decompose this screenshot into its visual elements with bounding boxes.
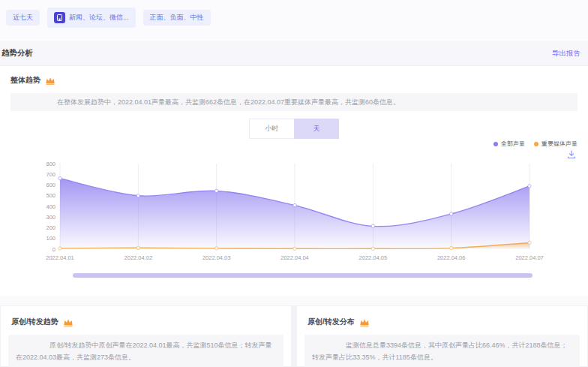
card2-summary: 监测信息总量3394条信息，其中原创声量占比66.46%，共计2188条信息；转…: [304, 335, 580, 367]
export-report-link[interactable]: 导出报告: [552, 49, 580, 59]
source-icon: [54, 12, 65, 23]
filter-sentiments-label: 正面、负面、中性: [150, 14, 204, 21]
granularity-toggle: 小时 天: [249, 119, 339, 139]
legend-label-important: 重要媒体声量: [542, 140, 578, 148]
svg-text:800: 800: [46, 161, 56, 167]
svg-text:100: 100: [46, 235, 56, 242]
legend-item-total[interactable]: 全部声量: [494, 140, 525, 148]
crown-icon: [45, 76, 56, 86]
chart-datazoom-scrollbar[interactable]: [73, 273, 532, 278]
card1-summary: 原创/转发趋势中原创声量在2022.04.01最高，共监测510条信息；转发声量…: [8, 335, 284, 367]
overall-trend-title-row: 整体趋势: [10, 75, 56, 86]
filter-sources[interactable]: 新闻、论坛、微信...: [47, 8, 136, 28]
svg-text:2022.04.03: 2022.04.03: [202, 254, 231, 261]
legend-label-total: 全部声量: [501, 140, 525, 148]
svg-text:2022.04.01: 2022.04.01: [46, 254, 74, 261]
svg-text:2022.04.05: 2022.04.05: [359, 254, 388, 261]
svg-text:200: 200: [46, 224, 56, 231]
svg-text:600: 600: [46, 182, 56, 188]
page-title: 趋势分析: [2, 48, 33, 59]
card2-title-row: 原创/转发分布: [308, 317, 370, 327]
card-original-repost-trend: 原创/转发趋势 原创/转发趋势中原创声量在2022.04.01最高，共监测510…: [0, 305, 292, 367]
svg-text:2022.04.07: 2022.04.07: [515, 254, 544, 261]
trend-area-chart[interactable]: 01002003004005006007008002022.04.012022.…: [44, 156, 585, 269]
card1-title: 原创/转发趋势: [11, 317, 58, 327]
overall-summary: 在整体发展趋势中，2022.04.01声量最高，共监测662条信息，在2022.…: [10, 93, 578, 111]
overall-trend-panel: 整体趋势 在整体发展趋势中，2022.04.01声量最高，共监测662条信息，在…: [0, 66, 588, 296]
overall-trend-title: 整体趋势: [10, 75, 40, 86]
svg-text:2022.04.04: 2022.04.04: [280, 254, 309, 261]
svg-text:2022.04.02: 2022.04.02: [124, 254, 153, 261]
card1-title-row: 原创/转发趋势: [11, 317, 74, 327]
svg-text:0: 0: [52, 246, 56, 253]
svg-text:700: 700: [46, 171, 56, 178]
legend-dot-total: [494, 142, 498, 146]
filter-sources-label: 新闻、论坛、微信...: [69, 14, 129, 21]
granularity-hour-button[interactable]: 小时: [249, 119, 294, 139]
svg-text:300: 300: [46, 214, 56, 221]
svg-text:500: 500: [46, 192, 56, 199]
svg-text:2022.04.06: 2022.04.06: [437, 254, 466, 261]
chart-legend: 全部声量 重要媒体声量: [494, 140, 578, 148]
filter-bar: 近七天 新闻、论坛、微信... 正面、负面、中性: [6, 8, 211, 28]
svg-text:400: 400: [46, 203, 56, 210]
filter-time-range-label: 近七天: [13, 14, 33, 21]
crown-icon: [359, 317, 370, 327]
filter-time-range[interactable]: 近七天: [6, 10, 40, 26]
legend-dot-important: [534, 142, 538, 146]
section-header: 趋势分析 导出报告: [0, 41, 588, 66]
granularity-day-button[interactable]: 天: [294, 119, 339, 139]
filter-sentiments[interactable]: 正面、负面、中性: [143, 10, 211, 26]
legend-item-important[interactable]: 重要媒体声量: [534, 140, 578, 148]
bottom-cards-row: 原创/转发趋势 原创/转发趋势中原创声量在2022.04.01最高，共监测510…: [0, 305, 588, 367]
crown-icon: [63, 317, 74, 327]
card-original-repost-distribution: 原创/转发分布 监测信息总量3394条信息，其中原创声量占比66.46%，共计2…: [296, 305, 588, 367]
card2-title: 原创/转发分布: [308, 317, 355, 327]
